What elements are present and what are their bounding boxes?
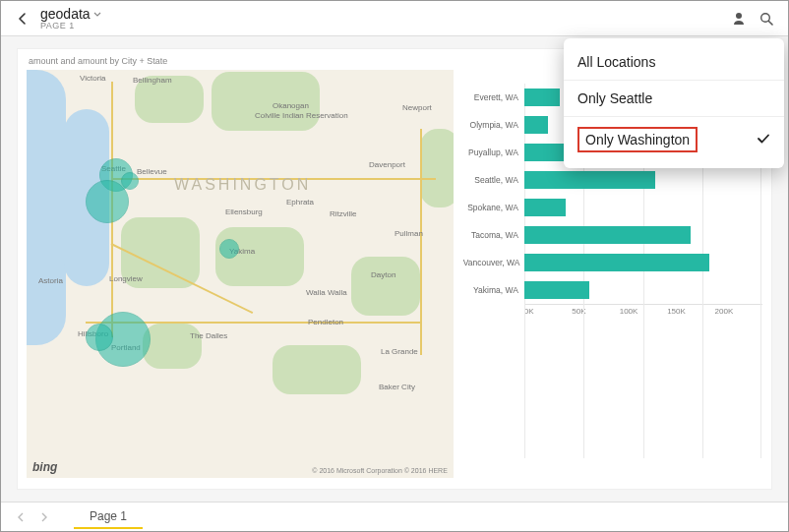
map-visual[interactable]: WASHINGTON Victoria Bellingham Okanogan …	[27, 70, 454, 478]
bar-fill	[524, 199, 566, 216]
bar-fill	[524, 254, 709, 271]
map-attribution: © 2016 Microsoft Corporation © 2016 HERE	[312, 467, 448, 474]
map-bubble[interactable]	[121, 172, 139, 190]
map-city-label: Davenport	[369, 160, 405, 169]
map-city-label: Ritzville	[330, 209, 357, 218]
map-city-label: Newport	[402, 103, 432, 112]
search-icon	[759, 11, 774, 27]
map-city-label: Baker City	[379, 383, 415, 391]
search-button[interactable]	[753, 5, 780, 32]
bar-fill	[524, 226, 692, 244]
role-filter-button[interactable]	[725, 5, 753, 32]
bar-fill	[524, 281, 590, 299]
map-city-label: Bellevue	[137, 167, 167, 176]
page-tab[interactable]: Page 1	[74, 505, 143, 529]
chevron-left-icon	[17, 13, 29, 25]
person-badge-icon	[731, 11, 747, 27]
report-title: geodata	[40, 7, 91, 21]
bar-track	[524, 226, 762, 244]
menu-item-only-seattle[interactable]: Only Seattle	[564, 80, 784, 116]
bar-track	[524, 254, 762, 271]
bar-label: Tacoma, WA	[463, 230, 524, 240]
chevron-down-icon	[93, 11, 101, 21]
menu-item-label: Only Seattle	[577, 90, 652, 106]
bar-fill	[524, 171, 655, 189]
bar-label: Seattle, WA	[463, 175, 524, 185]
bar-label: Spokane, WA	[463, 203, 524, 212]
map-city-label: Pullman	[394, 229, 423, 238]
check-icon	[757, 132, 770, 148]
bar-track	[524, 199, 762, 216]
chevron-left-icon	[16, 512, 26, 522]
page-footer: Page 1	[1, 502, 788, 531]
map-city-label: Ephrata	[286, 198, 314, 207]
page-tab-label: Page 1	[90, 509, 127, 523]
map-bubble[interactable]	[219, 239, 239, 259]
role-filter-menu: All Locations Only Seattle Only Washingt…	[564, 38, 784, 168]
map-city-label: Walla Walla	[306, 288, 347, 297]
bing-logo: bing	[32, 460, 57, 474]
map-city-label: La Grande	[381, 347, 418, 356]
bar-label: Vancouver, WA	[463, 258, 524, 267]
menu-item-label: Only Washington	[577, 127, 698, 152]
back-button[interactable]	[9, 5, 36, 32]
bar-fill	[524, 116, 548, 134]
map-city-label: Ellensburg	[225, 207, 263, 216]
menu-item-only-washington[interactable]: Only Washington	[564, 116, 784, 162]
bar-label: Olympia, WA	[463, 120, 524, 130]
title-block[interactable]: geodata PAGE 1	[40, 7, 101, 30]
state-label: WASHINGTON	[174, 176, 311, 194]
bar-track	[524, 171, 762, 189]
map-viz-title: amount and amount by City + State	[29, 56, 167, 66]
bar-label: Everett, WA	[463, 92, 524, 102]
bar-track	[524, 281, 762, 299]
next-page-button[interactable]	[34, 507, 54, 527]
app-header: geodata PAGE 1	[1, 1, 788, 36]
menu-item-label: All Locations	[577, 54, 655, 70]
bar-label: Yakima, WA	[463, 285, 524, 295]
svg-line-1	[768, 21, 772, 25]
map-bubble[interactable]	[86, 324, 113, 351]
prev-page-button[interactable]	[11, 507, 30, 527]
bar-fill	[524, 89, 560, 106]
bar-label: Puyallup, WA	[463, 148, 524, 157]
map-city-label: Victoria	[80, 74, 106, 83]
menu-item-all-locations[interactable]: All Locations	[564, 44, 784, 80]
page-subtitle: PAGE 1	[40, 22, 101, 30]
chevron-right-icon	[39, 512, 49, 522]
